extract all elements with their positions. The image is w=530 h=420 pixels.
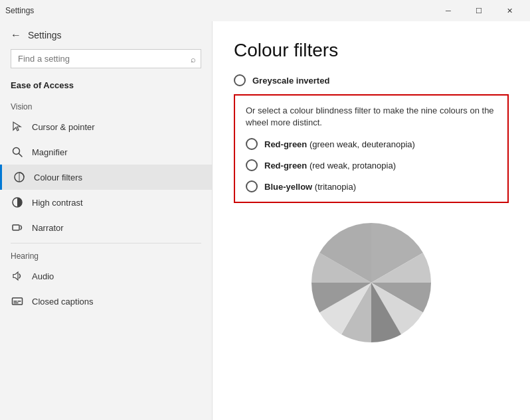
title-bar: Settings ─ ☐ ✕ — [0, 0, 530, 21]
title-bar-controls: ─ ☐ ✕ — [433, 0, 525, 21]
greyscale-inverted-radio[interactable] — [234, 74, 246, 86]
blue-yellow-label: Blue-yellow (tritanopia) — [264, 182, 356, 192]
vision-label: Vision — [0, 97, 212, 114]
title-bar-title: Settings — [5, 6, 34, 15]
high-contrast-label: High contrast — [32, 198, 83, 208]
red-green-deutan-label: Red-green (green weak, deuteranopia) — [264, 139, 415, 149]
greyscale-inverted-label: Greyscale inverted — [252, 76, 329, 86]
main-content: Colour filters Greyscale inverted Or sel… — [213, 21, 530, 420]
svg-rect-5 — [13, 225, 19, 230]
red-green-protan-row: Red-green (red weak, protanopia) — [246, 159, 497, 171]
ease-of-access-label: Ease of Access — [0, 76, 212, 97]
sidebar-item-closed-captions[interactable]: Closed captions — [0, 289, 212, 314]
closed-captions-icon — [11, 295, 24, 308]
audio-icon — [11, 269, 24, 283]
sidebar-item-audio[interactable]: Audio — [0, 263, 212, 289]
narrator-label: Narrator — [32, 223, 64, 233]
high-contrast-icon — [11, 196, 24, 209]
audio-label: Audio — [32, 271, 54, 281]
minimize-button[interactable]: ─ — [433, 0, 464, 21]
narrator-icon — [11, 221, 24, 234]
sidebar-item-colour-filters[interactable]: Colour filters — [0, 165, 212, 190]
red-green-deutan-radio[interactable] — [246, 138, 258, 150]
magnifier-label: Magnifier — [32, 147, 67, 157]
page-title: Colour filters — [234, 40, 509, 61]
colour-wheel — [305, 216, 438, 349]
filter-box: Or select a colour blindness filter to m… — [234, 94, 509, 203]
search-icon: ⌕ — [191, 54, 196, 64]
sidebar-app-title: Settings — [28, 30, 62, 40]
closed-captions-label: Closed captions — [32, 297, 94, 307]
back-button[interactable]: ← — [11, 29, 21, 41]
colour-filters-icon — [13, 171, 26, 184]
cursor-icon — [11, 120, 24, 133]
blue-yellow-row: Blue-yellow (tritanopia) — [246, 180, 497, 192]
magnifier-icon — [11, 145, 24, 159]
svg-line-1 — [19, 154, 23, 157]
red-green-protan-label: Red-green (red weak, protanopia) — [264, 161, 396, 171]
search-box: ⌕ — [11, 49, 201, 68]
app-body: ← Settings ⌕ Ease of Access Vision Curso… — [0, 21, 530, 420]
sidebar-item-high-contrast[interactable]: High contrast — [0, 190, 212, 215]
greyscale-inverted-row: Greyscale inverted — [234, 74, 509, 86]
sidebar: ← Settings ⌕ Ease of Access Vision Curso… — [0, 21, 213, 420]
colour-wheel-container — [234, 216, 509, 349]
hearing-label: Hearing — [0, 246, 212, 263]
red-green-deutan-row: Red-green (green weak, deuteranopia) — [246, 138, 497, 150]
sidebar-item-magnifier[interactable]: Magnifier — [0, 139, 212, 165]
colour-filters-label: Colour filters — [34, 173, 82, 182]
search-input[interactable] — [11, 49, 201, 68]
close-button[interactable]: ✕ — [494, 0, 525, 21]
sidebar-divider — [11, 243, 201, 244]
sidebar-item-cursor[interactable]: Cursor & pointer — [0, 114, 212, 139]
sidebar-item-narrator[interactable]: Narrator — [0, 215, 212, 240]
filter-box-description: Or select a colour blindness filter to m… — [246, 105, 497, 129]
cursor-label: Cursor & pointer — [32, 122, 95, 132]
red-green-protan-radio[interactable] — [246, 159, 258, 171]
blue-yellow-radio[interactable] — [246, 180, 258, 192]
sidebar-scroll: Vision Cursor & pointer Magn — [0, 97, 212, 420]
maximize-button[interactable]: ☐ — [464, 0, 494, 21]
sidebar-header: ← Settings — [0, 21, 212, 46]
